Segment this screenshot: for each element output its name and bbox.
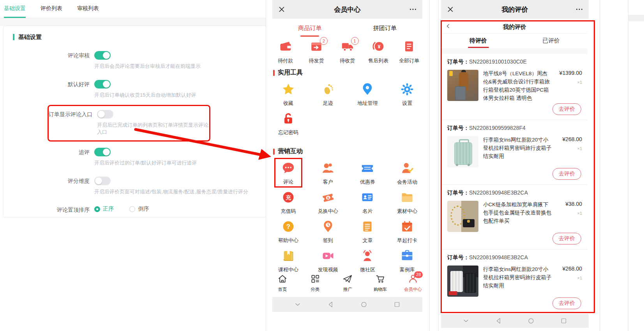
tab-audit-list[interactable]: 审核列表 — [77, 0, 99, 18]
order-no-label: 订单号： — [447, 254, 469, 260]
go-review-button[interactable]: 去评价 — [552, 233, 581, 244]
menu-item-micro-community[interactable]: 微社区 — [348, 249, 388, 273]
status-all-orders[interactable]: 全部订单 — [394, 40, 425, 64]
marketing-grid: 评论 客户 优惠券 会务活动 充值码 兑换中心 — [268, 161, 427, 273]
order-type-tabs: 商品订单 拼团订单 — [272, 19, 422, 37]
footprint-icon — [321, 83, 335, 96]
lock-icon — [282, 112, 295, 125]
product-title: 行李箱女ins网红新款20寸小登机拉杆箱男密码旅行皮箱子结实耐用 — [483, 266, 552, 297]
go-review-button[interactable]: 去评价 — [552, 168, 581, 180]
status-pending-receipt[interactable]: 1 待收货 — [332, 40, 363, 64]
default-good-review-toggle[interactable] — [94, 80, 111, 89]
business-card-icon — [361, 191, 374, 204]
menu-item-customers[interactable]: 客户 — [308, 161, 348, 186]
menu-item-exchange-center[interactable]: 兑换中心 — [308, 191, 348, 215]
menu-item-events[interactable]: 会务活动 — [387, 161, 427, 186]
menu-item-forgot-password[interactable]: 忘记密码 — [268, 112, 308, 136]
location-icon — [361, 83, 374, 96]
setting-description: 开启后评价过的订单/默认好评订单可进行追评 — [94, 159, 266, 166]
radio-sort-desc[interactable]: 倒序 — [129, 205, 149, 212]
nav-recents-icon[interactable] — [389, 299, 405, 310]
tab-product-orders[interactable]: 商品订单 — [272, 19, 348, 37]
nav-recents-icon[interactable] — [556, 315, 572, 327]
tabbar-cart[interactable]: 购物车 — [364, 274, 397, 296]
tabs-divider-strip — [442, 49, 588, 54]
radio-sort-asc[interactable]: 正序 — [94, 205, 114, 212]
close-icon[interactable] — [441, 0, 460, 19]
tab-basic-settings[interactable]: 基础设置 — [4, 0, 26, 18]
more-menu-icon[interactable] — [570, 0, 589, 19]
basic-settings-card: 基础设置 评论审核 开启后会员评论需要后台审核后才能在前端显示 默认好评 开启后… — [3, 26, 266, 217]
checkin-icon — [321, 220, 335, 233]
go-review-button[interactable]: 去评价 — [552, 103, 581, 115]
community-icon — [361, 249, 374, 262]
nav-home-icon[interactable] — [356, 299, 372, 310]
menu-item-case-library[interactable]: 案例库 — [387, 249, 427, 273]
setting-label: 评论审核 — [4, 51, 94, 60]
menu-item-checkin[interactable]: 签到 — [308, 220, 348, 244]
tabbar-home[interactable]: 首页 — [266, 274, 299, 296]
menu-item-comments[interactable]: 评论 — [268, 161, 308, 186]
menu-item-footprints[interactable]: 足迹 — [308, 83, 348, 107]
menu-item-favorites[interactable]: 收藏 — [268, 83, 308, 107]
product-image-two-suitcases — [447, 266, 478, 297]
menu-item-discover-video[interactable]: 发现视频 — [308, 249, 348, 273]
order-card: 订单号：SN2208191001030C0E 地平线8号（LEVEL8）周杰伦&… — [442, 54, 588, 120]
status-after-sale[interactable]: 售后列表 — [363, 40, 393, 64]
member-center-header: 会员中心 — [272, 0, 422, 19]
nav-hide-icon[interactable] — [458, 315, 474, 327]
radio-dot — [129, 206, 135, 212]
status-pending-payment[interactable]: 待付款 — [270, 40, 301, 64]
product-image-mint-suitcase — [447, 136, 478, 167]
setting-comment-audit: 评论审核 开启后会员评论需要后台审核后才能在前端显示 — [4, 51, 266, 70]
radio-label: 正序 — [103, 205, 114, 212]
follow-up-review-toggle[interactable] — [94, 148, 111, 156]
menu-item-coupons[interactable]: 优惠券 — [348, 161, 388, 186]
menu-item-articles[interactable]: 文章 — [348, 220, 388, 244]
nav-back-icon[interactable] — [491, 315, 506, 327]
section-title: 基础设置 — [13, 34, 266, 40]
article-icon — [361, 220, 374, 233]
tab-reviewed[interactable]: 已评价 — [515, 34, 588, 48]
tab-group-orders[interactable]: 拼团订单 — [348, 19, 423, 37]
product-qty: ×1 — [555, 146, 582, 151]
home-icon — [277, 274, 288, 284]
nav-back-icon[interactable] — [323, 299, 339, 310]
member-center-screen: 会员中心 商品订单 拼团订单 待付款 2 待发货 1 待收货 — [266, 0, 430, 331]
status-pending-shipment[interactable]: 2 待发货 — [301, 40, 332, 64]
comment-audit-toggle[interactable] — [94, 51, 111, 60]
tab-pending-review[interactable]: 待评价 — [442, 34, 515, 48]
product-title: 小CK链条加粗加宽单肩腋下包手提包金属链子改造替换包包配件单买 — [483, 201, 552, 232]
close-icon[interactable] — [272, 0, 291, 19]
tabbar-promote[interactable]: 推广 — [332, 274, 364, 296]
rating-dimension-toggle[interactable] — [94, 177, 111, 185]
product-price: ¥1399.00 — [555, 70, 582, 76]
menu-item-help-center[interactable]: 帮助中心 — [268, 220, 308, 244]
menu-item-settings[interactable]: 设置 — [387, 83, 427, 107]
menu-item-business-card[interactable]: 名片 — [348, 191, 388, 215]
order-no-label: 订单号： — [447, 58, 469, 65]
order-review-entry-toggle[interactable] — [97, 110, 113, 119]
setting-follow-up-review: 追评 开启后评价过的订单/默认好评订单可进行追评 — [4, 148, 266, 166]
order-card: 订单号：SN2208190948E3B2CA 小CK链条加粗加宽单肩腋下包手提包… — [442, 185, 588, 250]
tabbar-member-center[interactable]: 28 会员中心 — [397, 274, 429, 296]
more-menu-icon[interactable] — [404, 0, 422, 19]
go-review-button[interactable]: 去评价 — [552, 297, 581, 309]
order-no-value: SN2208191001030C0E — [469, 58, 527, 65]
menu-item-recharge-code[interactable]: 充值码 — [268, 191, 308, 215]
tab-review-list[interactable]: 评价列表 — [41, 0, 62, 18]
menu-item-morning-checkin[interactable]: 早起打卡 — [387, 220, 427, 244]
menu-item-address[interactable]: 地址管理 — [348, 83, 388, 107]
nav-home-icon[interactable] — [523, 315, 539, 327]
background-window-strip — [628, 15, 644, 21]
android-nav-bar — [272, 297, 422, 312]
marketing-section-title: 营销互动 — [273, 147, 303, 156]
menu-item-course-center[interactable]: 课程中心 — [268, 249, 308, 273]
tabbar-category[interactable]: 分类 — [299, 274, 332, 296]
review-tabs: 待评价 已评价 — [442, 34, 588, 49]
nav-hide-icon[interactable] — [290, 299, 305, 310]
status-badge: 1 — [351, 37, 359, 45]
menu-item-material-center[interactable]: 素材中心 — [387, 191, 427, 215]
customers-icon — [321, 161, 335, 175]
setting-rating-dimension: 评分维度 开启后评价页面可对描述/包装,物流服务/配送,服务态度/质量进行评分 — [4, 177, 266, 195]
